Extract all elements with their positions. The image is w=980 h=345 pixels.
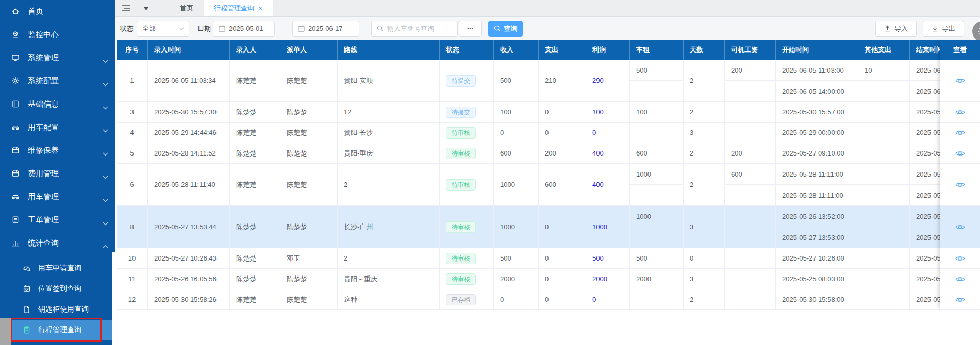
cell-profit: 0 <box>586 123 630 143</box>
profit-link[interactable]: 100 <box>592 108 604 116</box>
date-from-input[interactable]: 2025-05-01 <box>213 21 275 37</box>
column-header-seq: 序号 <box>117 40 148 60</box>
cell-other_expense <box>858 123 910 143</box>
sidebar-item-7[interactable]: 费用管理 <box>0 162 115 185</box>
caret-down-icon <box>143 7 149 10</box>
view-row-button[interactable] <box>940 143 980 164</box>
tab-list-dropdown[interactable] <box>137 0 155 16</box>
chevron-down-icon <box>103 126 108 134</box>
sidebar-subitem-label: 用车申请查询 <box>38 264 81 273</box>
sidebar-item-4[interactable]: 基础信息 <box>0 93 115 116</box>
cell-driver_wage <box>725 248 776 268</box>
cell-expense: 0 <box>539 123 586 143</box>
cell-expense: 200 <box>539 143 586 163</box>
table-row[interactable]: 12025-06-05 11:03:34陈楚楚陈楚楚贵阳-安顺待提交500210… <box>117 60 980 102</box>
view-row-button[interactable] <box>940 164 980 206</box>
profit-link[interactable]: 290 <box>592 77 604 84</box>
view-row-button[interactable] <box>940 269 980 289</box>
view-row-button[interactable] <box>940 60 980 102</box>
settings-fab-button[interactable] <box>972 21 980 42</box>
pinned-view-column: 查看 <box>940 40 980 310</box>
table-row[interactable]: 82025-05-27 13:53:44陈楚楚陈楚楚长沙-广州待审核100001… <box>117 206 980 248</box>
chart-icon <box>11 239 21 248</box>
cell-status: 已存档 <box>440 289 494 309</box>
sidebar-item-label: 监控中心 <box>28 30 59 40</box>
eye-icon <box>955 223 965 231</box>
tab-trip-query[interactable]: 行程管理查询 × <box>204 0 273 16</box>
cell-route: 12 <box>338 102 440 122</box>
sidebar-subitem-2[interactable]: 钥匙柜使用查询 <box>0 299 115 320</box>
column-header-other_expense: 其他支出 <box>858 40 910 60</box>
tab-close-icon[interactable]: × <box>258 4 262 12</box>
sidebar-item-8[interactable]: 用车管理 <box>0 185 115 209</box>
table-row[interactable]: 122025-05-30 15:58:26陈楚楚陈楚楚这种已存档00022025… <box>117 289 980 310</box>
cell-seq: 3 <box>117 102 148 122</box>
cell-days: 2 <box>684 102 725 122</box>
date-to-input[interactable]: 2025-06-17 <box>292 21 359 37</box>
tab-label: 首页 <box>180 4 193 13</box>
cell-income: 600 <box>494 143 539 163</box>
view-row-button[interactable] <box>940 206 980 248</box>
cell-profit: 2000 <box>586 269 630 289</box>
subcell-driver_wage: 200 <box>725 60 775 81</box>
profit-link[interactable]: 400 <box>592 181 604 188</box>
cell-other_expense <box>858 269 910 289</box>
cell-dispatcher: 邓玉 <box>280 248 338 268</box>
status-badge: 待提交 <box>446 107 476 118</box>
eye-icon <box>955 275 965 283</box>
calendar-icon <box>11 169 21 179</box>
profit-link[interactable]: 2000 <box>592 275 607 283</box>
plate-search-input[interactable]: 输入车牌号查询 <box>371 21 458 37</box>
sidebar-item-2[interactable]: 系统管理 <box>0 46 115 70</box>
cell-start_time: 2025-05-30 15:58:00 <box>776 289 858 309</box>
sidebar-subitem-1[interactable]: 位置签到查询 <box>0 279 115 299</box>
cell-driver_wage <box>725 289 776 309</box>
sidebar-item-5[interactable]: 用车配置 <box>0 116 115 139</box>
view-row-button[interactable] <box>940 289 980 310</box>
eye-icon <box>955 150 965 157</box>
cell-start_time: 2025-05-28 11:11:002025-05-28 11:11:00 <box>776 164 858 205</box>
sidebar-item-label: 用车管理 <box>28 192 59 202</box>
view-row-button[interactable] <box>940 123 980 143</box>
upload-icon <box>884 25 891 32</box>
more-filters-button[interactable]: ••• <box>459 21 482 37</box>
sidebar-item-10[interactable]: 统计查询 <box>0 232 115 255</box>
table-row[interactable]: 102025-05-27 10:26:43陈楚楚邓玉2待审核5000500500… <box>117 248 980 269</box>
import-button[interactable]: 导入 <box>875 21 917 37</box>
column-header-expense: 支出 <box>539 40 586 60</box>
table-row[interactable]: 42025-05-29 14:44:46陈楚楚陈楚楚贵阳-长沙待审核000320… <box>117 123 980 143</box>
subcell-other_expense <box>858 185 909 205</box>
export-button[interactable]: 导出 <box>923 21 964 37</box>
view-row-button[interactable] <box>940 248 980 269</box>
table-row[interactable]: 62025-05-28 11:11:40陈楚楚陈楚楚2待审核1000600400… <box>117 164 980 206</box>
sidebar-item-9[interactable]: 工单管理 <box>0 209 115 232</box>
cell-dispatcher: 陈楚楚 <box>280 269 338 289</box>
cell-driver_wage <box>725 206 776 248</box>
table-row[interactable]: 112025-05-26 16:05:56陈楚楚陈楚楚贵阳～重庆待审核20000… <box>117 269 980 289</box>
query-button[interactable]: 查询 <box>488 21 523 37</box>
subcell-rent <box>630 81 683 101</box>
tab-home[interactable]: 首页 <box>170 0 204 16</box>
sidebar-scrollbar-track[interactable] <box>112 252 115 345</box>
profit-link[interactable]: 500 <box>592 254 604 262</box>
table-row[interactable]: 32025-05-30 15:57:30陈楚楚陈楚楚12待提交100010010… <box>117 102 980 123</box>
profit-link[interactable]: 0 <box>592 129 596 136</box>
sidebar-item-0[interactable]: 首页 <box>0 0 115 23</box>
collapse-menu-button[interactable] <box>115 0 137 16</box>
sidebar-subitem-3[interactable]: 行程管理查询 <box>0 320 115 340</box>
view-row-button[interactable] <box>940 102 980 123</box>
table-row[interactable]: 52025-05-28 14:11:52陈楚楚陈楚楚贵阳-重庆待审核600200… <box>117 143 980 164</box>
profit-link[interactable]: 0 <box>592 296 596 303</box>
sidebar-item-6[interactable]: 维修保养 <box>0 139 115 162</box>
cell-entry_person: 陈楚楚 <box>230 269 280 289</box>
view-column-header: 查看 <box>940 40 980 60</box>
profit-link[interactable]: 400 <box>592 149 604 157</box>
status-badge: 待审核 <box>446 179 476 191</box>
status-select[interactable]: 全部 <box>137 21 189 37</box>
profit-link[interactable]: 1000 <box>592 223 607 231</box>
sidebar-item-1[interactable]: 监控中心 <box>0 23 115 46</box>
sidebar-subitem-0[interactable]: 用车申请查询 <box>0 258 115 279</box>
cell-driver_wage: 200 <box>725 143 776 163</box>
cell-entry_time: 2025-06-05 11:03:34 <box>148 60 230 101</box>
sidebar-item-3[interactable]: 系统配置 <box>0 70 115 93</box>
